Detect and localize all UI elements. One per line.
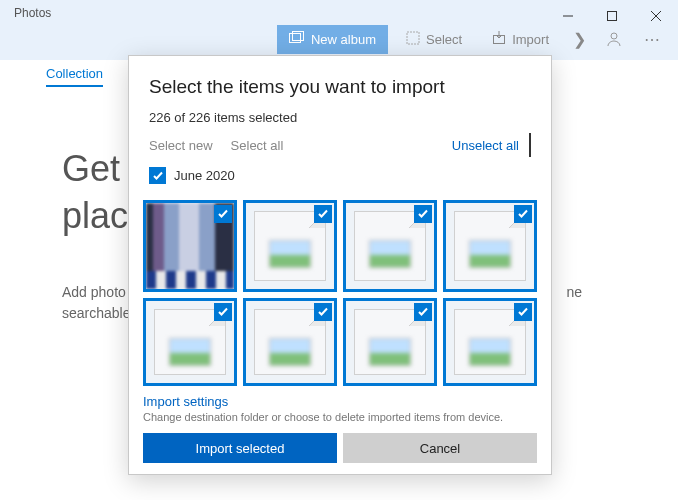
dialog-bottom: Import settings Change destination folde… xyxy=(129,386,551,477)
svg-rect-4 xyxy=(289,33,300,42)
toolbar: New album Select Import ❯ ⋯ xyxy=(277,18,668,60)
new-album-button[interactable]: New album xyxy=(277,25,388,54)
selected-check-icon xyxy=(514,205,532,223)
more-icon[interactable]: ⋯ xyxy=(636,23,668,55)
thumbnail[interactable] xyxy=(443,298,537,386)
import-label: Import xyxy=(512,32,549,47)
import-settings-desc: Change destination folder or choose to d… xyxy=(143,411,537,423)
import-button[interactable]: Import xyxy=(480,25,561,54)
selected-check-icon xyxy=(414,303,432,321)
group-header[interactable]: June 2020 xyxy=(149,167,531,184)
selection-count: 226 of 226 items selected xyxy=(149,110,531,125)
selection-actions-row: Select new Select all Unselect all xyxy=(149,133,531,157)
ribbon: Photos New album Select Import ❯ ⋯ xyxy=(0,0,678,60)
group-checkbox[interactable] xyxy=(149,167,166,184)
thumbnail[interactable] xyxy=(343,200,437,292)
select-icon xyxy=(406,31,420,48)
svg-rect-6 xyxy=(407,32,419,44)
cancel-button[interactable]: Cancel xyxy=(343,433,537,463)
thumbnail-grid xyxy=(129,200,551,386)
thumbnail[interactable] xyxy=(343,298,437,386)
app-title: Photos xyxy=(14,6,51,20)
svg-rect-5 xyxy=(292,31,303,40)
new-album-label: New album xyxy=(311,32,376,47)
chevron-right-icon[interactable]: ❯ xyxy=(567,30,592,49)
selected-check-icon xyxy=(214,205,232,223)
selected-check-icon xyxy=(214,303,232,321)
scrollbar-handle[interactable] xyxy=(529,133,531,157)
import-dialog: Select the items you want to import 226 … xyxy=(128,55,552,475)
import-settings-link[interactable]: Import settings xyxy=(143,394,537,409)
import-icon xyxy=(492,31,506,48)
dialog-button-row: Import selected Cancel xyxy=(143,433,537,463)
selected-check-icon xyxy=(314,303,332,321)
svg-point-8 xyxy=(611,33,617,39)
select-label: Select xyxy=(426,32,462,47)
account-icon[interactable] xyxy=(598,23,630,55)
unselect-all-link[interactable]: Unselect all xyxy=(452,138,519,153)
new-album-icon xyxy=(289,31,305,48)
thumbnail[interactable] xyxy=(243,298,337,386)
select-all-link[interactable]: Select all xyxy=(231,138,284,153)
select-button[interactable]: Select xyxy=(394,25,474,54)
thumbnail[interactable] xyxy=(243,200,337,292)
import-selected-button[interactable]: Import selected xyxy=(143,433,337,463)
thumbnail[interactable] xyxy=(143,298,237,386)
select-new-link[interactable]: Select new xyxy=(149,138,213,153)
thumbnail[interactable] xyxy=(443,200,537,292)
dialog-title: Select the items you want to import xyxy=(149,76,531,98)
selected-check-icon xyxy=(414,205,432,223)
selected-check-icon xyxy=(314,205,332,223)
thumbnail[interactable] xyxy=(143,200,237,292)
group-label: June 2020 xyxy=(174,168,235,183)
app-window: Photos New album Select Import ❯ ⋯ C xyxy=(0,0,678,500)
tab-collection[interactable]: Collection xyxy=(46,66,103,87)
check-icon xyxy=(152,170,164,182)
selected-check-icon xyxy=(514,303,532,321)
